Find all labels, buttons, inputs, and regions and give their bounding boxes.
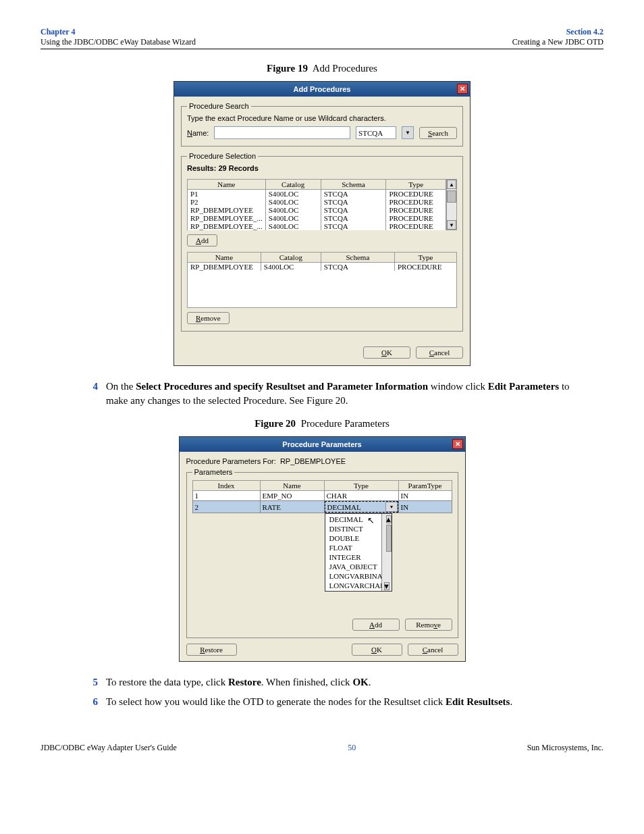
dropdown-option[interactable]: LONGVARBINAR [327,571,390,581]
dropdown-option[interactable]: DOUBLE [327,533,390,543]
dropdown-option[interactable]: DISTINCT [327,524,390,533]
scrollbar[interactable]: ▲ ▼ [446,179,457,230]
name-input[interactable] [214,126,350,139]
col-schema[interactable]: Schema [321,180,386,190]
dialog-title: Add Procedures [294,85,351,93]
parameters-fieldset: Parameters Index Name Type ParamType 1 E… [186,468,458,638]
procedure-search-legend: Procedure Search [187,102,251,110]
col-index[interactable]: Index [192,481,260,491]
remove-button[interactable]: Remove [187,312,230,324]
col-catalog[interactable]: Catalog [265,180,321,190]
table-row[interactable]: P1S400LOCSTCQAPROCEDURE [188,190,446,199]
table-row[interactable]: 2 RATE DECIMAL ▾ DECIMALDISTINCTDOUBLEFL… [192,501,452,513]
col-type[interactable]: Type [386,180,446,190]
parameters-table[interactable]: Index Name Type ParamType 1 EMP_NO CHAR … [192,480,452,513]
step-6: 6 To select how you would like the OTD t… [88,695,570,709]
scroll-up-icon[interactable]: ▲ [447,180,456,189]
results-label: Results: 29 Records [187,164,457,172]
col-type[interactable]: Type [394,253,456,263]
dialog-titlebar[interactable]: Procedure Parameters ✕ [180,437,465,452]
page-footer: JDBC/ODBC eWay Adapter User's Guide 50 S… [41,743,603,753]
scroll-up-icon[interactable]: ▲ [386,515,392,523]
remove-button[interactable]: Remove [405,619,452,631]
restore-button[interactable]: Restore [186,644,237,656]
table-row[interactable]: 1 EMP_NO CHAR IN [192,491,452,501]
dropdown-option[interactable]: DECIMAL [327,515,390,524]
parameters-for-label: Procedure Parameters For: RP_DBEMPLOYEE [186,457,458,465]
step-4: 4 On the Select Procedures and specify R… [88,380,570,408]
col-name[interactable]: Name [188,180,266,190]
chapter-subtitle: Using the JDBC/ODBC eWay Database Wizard [41,37,196,47]
search-button[interactable]: Search [419,127,457,139]
col-name[interactable]: Name [260,481,324,491]
search-hint: Type the exact Procedure Name or use Wil… [187,114,457,122]
scroll-thumb[interactable] [386,525,392,552]
cursor-icon: ↖ [367,515,375,526]
procedure-selection-legend: Procedure Selection [187,152,258,160]
scroll-down-icon[interactable]: ▼ [447,220,456,230]
col-type[interactable]: Type [324,481,398,491]
step-number: 6 [88,695,98,709]
page-header: Chapter 4 Using the JDBC/ODBC eWay Datab… [41,27,603,49]
procedure-selection-fieldset: Procedure Selection Results: 29 Records … [181,152,463,332]
close-icon[interactable]: ✕ [457,84,468,94]
add-button[interactable]: Add [187,234,217,246]
results-table[interactable]: Name Catalog Schema Type P1S400LOCSTCQAP… [187,179,446,230]
col-schema[interactable]: Schema [321,253,394,263]
table-row[interactable]: RP_DBEMPLOYEES400LOCSTCQAPROCEDURE [188,206,446,214]
dropdown-option[interactable]: FLOAT [327,543,390,552]
table-row[interactable]: RP_DBEMPLOYEES400LOCSTCQAPROCEDURE [188,263,457,271]
chapter-link[interactable]: Chapter 4 [41,27,196,37]
add-procedures-dialog: Add Procedures ✕ Procedure Search Type t… [173,81,471,366]
type-dropdown-icon[interactable]: ▾ [385,502,398,512]
table-row[interactable]: P2S400LOCSTCQAPROCEDURE [188,198,446,206]
footer-left: JDBC/ODBC eWay Adapter User's Guide [41,743,177,753]
schema-dropdown-icon[interactable]: ▼ [402,126,414,139]
col-name[interactable]: Name [188,253,261,263]
selected-table[interactable]: Name Catalog Schema Type RP_DBEMPLOYEES4… [187,252,457,271]
page-number: 50 [348,743,356,753]
add-button[interactable]: Add [352,619,400,631]
col-paramtype[interactable]: ParamType [398,481,452,491]
step-number: 4 [88,380,98,408]
dialog-title: Procedure Parameters [282,440,361,448]
step-number: 5 [88,675,98,689]
dropdown-scrollbar[interactable]: ▲ ▼ [381,514,392,591]
ok-button[interactable]: OK [352,644,402,656]
ok-button[interactable]: OK [363,346,410,359]
dialog-titlebar[interactable]: Add Procedures ✕ [174,82,470,97]
scroll-down-icon[interactable]: ▼ [384,582,390,590]
cancel-button[interactable]: Cancel [416,346,463,359]
scroll-thumb[interactable] [447,190,456,203]
col-catalog[interactable]: Catalog [261,253,321,263]
table-row[interactable]: RP_DBEMPLOYEE_...S400LOCSTCQAPROCEDURE [188,214,446,222]
dropdown-option[interactable]: INTEGER [327,552,390,562]
results-table-container: Name Catalog Schema Type P1S400LOCSTCQAP… [187,179,457,230]
figure-20-caption: Figure 20 Procedure Parameters [41,418,603,429]
section-subtitle: Creating a New JDBC OTD [512,37,603,47]
parameters-legend: Parameters [192,468,235,476]
step-5: 5 To restore the data type, click Restor… [88,675,570,689]
type-dropdown-list[interactable]: DECIMALDISTINCTDOUBLEFLOATINTEGERJAVA_OB… [325,513,392,592]
section-link[interactable]: Section 4.2 [512,27,603,37]
dropdown-option[interactable]: JAVA_OBJECT [327,562,390,571]
procedure-search-fieldset: Procedure Search Type the exact Procedur… [181,102,463,147]
procedure-parameters-dialog: Procedure Parameters ✕ Procedure Paramet… [179,436,466,662]
dropdown-option[interactable]: LONGVARCHAR [327,581,390,590]
cancel-button[interactable]: Cancel [408,644,458,656]
name-label: Name: [187,129,209,137]
close-icon[interactable]: ✕ [452,439,463,449]
figure-19-caption: Figure 19 Add Procedures [41,63,603,74]
table-row[interactable]: RP_DBEMPLOYEE_...S400LOCSTCQAPROCEDURE [188,222,446,230]
schema-input[interactable] [356,126,396,139]
footer-right: Sun Microsystems, Inc. [527,743,603,753]
